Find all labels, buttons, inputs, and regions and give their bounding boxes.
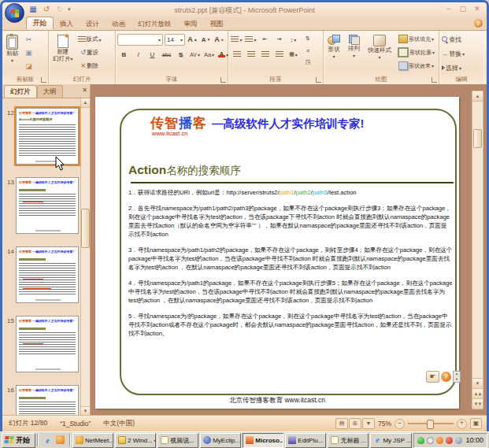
slide-canvas[interactable]: 传智播客 www.itcast.cn —高级软件人才实作培训专家! Action…: [95, 97, 459, 409]
task-myeclipse[interactable]: MyEclip...: [200, 433, 241, 448]
panel-scroll-up-icon[interactable]: ▲: [81, 98, 90, 108]
drawing-dialog-launcher[interactable]: [432, 77, 437, 83]
bullets-button[interactable]: ▾: [230, 33, 243, 46]
slide-13-thumbnail[interactable]: 传智播客 —高级软件人才实作培训专家!: [16, 177, 79, 234]
ie-quicklaunch-icon[interactable]: e: [43, 435, 53, 446]
justify-button[interactable]: [272, 48, 286, 61]
grow-font-button[interactable]: A▲: [187, 33, 198, 46]
shapes-button[interactable]: 形状 ▾: [325, 33, 343, 61]
increase-indent-button[interactable]: ⇥: [272, 33, 286, 46]
next-slide-icon[interactable]: ▼▼: [472, 398, 483, 409]
help-icon[interactable]: ?: [474, 19, 483, 28]
reset-button[interactable]: ↺重设: [77, 46, 102, 59]
arrange-button[interactable]: 排列 ▾: [346, 33, 362, 60]
task-my-jsp[interactable]: eMy JSP ...: [370, 433, 411, 448]
slide-16-thumbnail[interactable]: 传智播客 —高级软件人才实作培训专家!: [16, 385, 79, 416]
slide-15-thumbnail[interactable]: 传智播客 —高级软件人才实作培训专家!: [16, 316, 79, 372]
tab-design[interactable]: 设计: [80, 18, 106, 30]
tab-review[interactable]: 审阅: [178, 18, 204, 30]
zoom-slider[interactable]: [408, 423, 454, 424]
scroll-thumb[interactable]: [473, 129, 482, 148]
tab-view[interactable]: 视图: [204, 18, 230, 30]
align-left-button[interactable]: [230, 48, 243, 61]
normal-view-icon[interactable]: ▤: [335, 418, 348, 429]
quicklaunch-icon[interactable]: [55, 435, 65, 446]
decrease-indent-button[interactable]: ⇤: [258, 33, 272, 46]
shrink-font-button[interactable]: A▼: [200, 33, 212, 46]
slide-sorter-icon[interactable]: ⊞: [349, 418, 361, 429]
italic-button[interactable]: I: [132, 48, 145, 61]
slide-14-thumbnail[interactable]: 传智播客 —高级软件人才实作培训专家!: [16, 246, 79, 303]
select-button[interactable]: 选择▾: [441, 61, 462, 74]
align-center-button[interactable]: [244, 48, 257, 61]
tray-icon-messenger[interactable]: [427, 437, 434, 444]
slide-12-thumbnail[interactable]: 传智播客 —高级软件人才实作培训专家! Action名称的搜索顺序: [16, 108, 79, 165]
panel-close-icon[interactable]: ✕: [82, 87, 87, 94]
change-case-button[interactable]: Aa▾: [202, 48, 216, 61]
task-untitled[interactable]: 无标题 ...: [328, 433, 369, 448]
tab-insert[interactable]: 插入: [54, 18, 80, 30]
find-button[interactable]: 查找: [441, 33, 462, 46]
tab-animations[interactable]: 动画: [106, 18, 132, 30]
line-spacing-button[interactable]: ↕▾: [287, 33, 300, 46]
tray-icon-green[interactable]: [417, 437, 424, 444]
tab-outline[interactable]: 大纲: [37, 85, 63, 98]
fit-to-window-icon[interactable]: ▣: [470, 418, 482, 429]
cut-button[interactable]: ✂: [22, 33, 35, 46]
task-video-notes[interactable]: 视频说...: [157, 433, 198, 448]
start-button[interactable]: 开始: [2, 433, 35, 448]
tray-icon-red[interactable]: [446, 437, 453, 444]
text-direction-button[interactable]: ⇅: [302, 33, 313, 44]
tray-icon-gray[interactable]: [455, 437, 462, 444]
layout-button[interactable]: 版式▾: [77, 33, 102, 46]
font-size-combo[interactable]: 14▾: [165, 34, 185, 46]
quick-styles-button[interactable]: 快速样式 ▾: [365, 33, 394, 61]
close-button[interactable]: ✕: [472, 5, 482, 13]
text-shadow-button[interactable]: S: [174, 48, 187, 61]
zoom-out-icon[interactable]: −: [395, 419, 405, 429]
align-right-button[interactable]: [258, 48, 272, 61]
task-powerpoint[interactable]: Microso...: [243, 433, 283, 448]
minimize-button[interactable]: –: [444, 5, 454, 13]
office-button[interactable]: [5, 3, 24, 23]
task-windows-group[interactable]: 2 Wind...▾: [115, 433, 156, 448]
hand-tool-icon[interactable]: ☛: [426, 371, 439, 383]
new-slide-button[interactable]: 新建 幻灯片▾: [50, 33, 76, 64]
maximize-button[interactable]: ▢: [458, 5, 468, 13]
scroll-down-icon[interactable]: ▼: [472, 378, 483, 388]
clipboard-dialog-launcher[interactable]: [41, 77, 46, 83]
previous-slide-icon[interactable]: ▲▲: [472, 388, 483, 398]
bold-button[interactable]: B: [117, 48, 131, 61]
underline-button[interactable]: U: [146, 48, 159, 61]
delete-button[interactable]: ✕删除: [77, 60, 102, 72]
vertical-scrollbar[interactable]: ▲ ▼ ▲▲ ▼▼: [472, 91, 483, 409]
shape-fill-button[interactable]: 形状填充▾: [397, 33, 435, 45]
font-name-combo[interactable]: ▾: [117, 34, 163, 46]
paste-button[interactable]: 粘贴 ▾: [4, 33, 20, 65]
columns-button[interactable]: ▦▾: [287, 48, 300, 61]
format-painter-button[interactable]: ◪: [22, 60, 35, 72]
zoom-slider-thumb[interactable]: [427, 420, 434, 429]
scroll-up-icon[interactable]: ▲: [472, 91, 483, 102]
strikethrough-button[interactable]: abc: [160, 48, 173, 61]
tab-slideshow[interactable]: 幻灯片放映: [132, 18, 178, 30]
spinner-icon[interactable]: ▲▼: [453, 371, 461, 383]
zoom-in-icon[interactable]: +: [457, 419, 467, 429]
shape-outline-button[interactable]: 形状轮廓▾: [397, 46, 435, 58]
paragraph-dialog-launcher[interactable]: [316, 77, 321, 83]
character-spacing-button[interactable]: AV▾: [188, 48, 202, 61]
clear-formatting-button[interactable]: A✦: [213, 33, 225, 46]
replace-button[interactable]: ↔替换▾: [441, 47, 465, 60]
task-netmeeting[interactable]: NetMeet...: [72, 433, 113, 448]
align-text-button[interactable]: ≡: [302, 45, 313, 56]
panel-scroll-thumb[interactable]: [81, 209, 90, 248]
slide-help-icon[interactable]: ?: [441, 372, 451, 382]
numbering-button[interactable]: ▾: [244, 33, 257, 46]
font-dialog-launcher[interactable]: [220, 77, 226, 83]
slideshow-icon[interactable]: ▼: [362, 418, 375, 429]
shape-effects-button[interactable]: 形状效果▾: [397, 60, 435, 72]
tray-icon-orange[interactable]: [436, 437, 443, 444]
copy-button[interactable]: ▣: [22, 46, 35, 59]
tab-slides-thumbnails[interactable]: 幻灯片: [4, 85, 37, 98]
task-editplus[interactable]: EditPlu...: [285, 433, 326, 448]
